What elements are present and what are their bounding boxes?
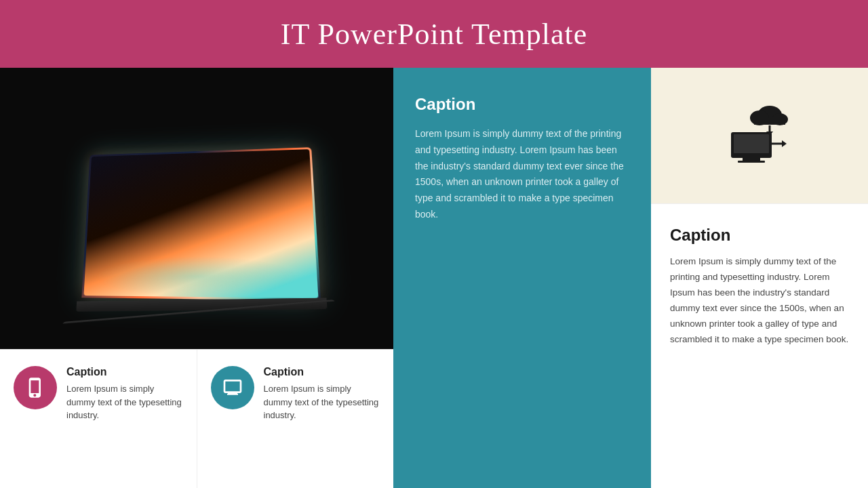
monitor-icon-circle <box>211 366 254 409</box>
page-header: IT PowerPoint Template <box>0 0 868 68</box>
bottom-caption-2-text: Caption Lorem Ipsum is simply dummy text… <box>264 366 380 422</box>
right-caption-text: Lorem Ipsum is simply dummy text of the … <box>670 254 849 348</box>
laptop-scene <box>0 68 393 349</box>
bottom-caption-1-body: Lorem Ipsum is simply dummy text of the … <box>66 382 183 422</box>
bottom-caption-1-text: Caption Lorem Ipsum is simply dummy text… <box>66 366 183 422</box>
bottom-caption-2-title: Caption <box>264 366 380 378</box>
right-bottom-caption: Caption Lorem Ipsum is simply dummy text… <box>651 203 868 488</box>
bottom-caption-1-title: Caption <box>66 366 183 378</box>
right-top-icon <box>651 68 868 203</box>
middle-panel: Caption Lorem Ipsum is simply dummy text… <box>393 68 651 488</box>
bottom-captions: Caption Lorem Ipsum is simply dummy text… <box>0 349 393 488</box>
main-content: Caption Lorem Ipsum is simply dummy text… <box>0 68 868 488</box>
mobile-icon <box>24 377 46 399</box>
bottom-caption-1: Caption Lorem Ipsum is simply dummy text… <box>0 349 197 488</box>
svg-marker-11 <box>782 140 787 147</box>
middle-caption-title: Caption <box>415 95 629 114</box>
monitor-icon <box>222 377 243 399</box>
glow-effect <box>95 256 298 297</box>
laptop-image <box>0 68 393 349</box>
svg-rect-1 <box>734 134 769 153</box>
cloud-monitor-icon <box>719 102 800 169</box>
svg-rect-7 <box>754 118 785 125</box>
middle-caption-text: Lorem Ipsum is simply dummy text of the … <box>415 126 629 223</box>
bottom-caption-2: Caption Lorem Ipsum is simply dummy text… <box>197 349 394 488</box>
svg-rect-3 <box>738 161 765 163</box>
page-title: IT PowerPoint Template <box>281 17 587 52</box>
right-caption-title: Caption <box>670 226 849 245</box>
svg-rect-2 <box>743 158 760 161</box>
right-panel: Caption Lorem Ipsum is simply dummy text… <box>651 68 868 488</box>
mobile-icon-circle <box>14 366 57 409</box>
left-panel: Caption Lorem Ipsum is simply dummy text… <box>0 68 393 488</box>
bottom-caption-2-body: Lorem Ipsum is simply dummy text of the … <box>264 382 380 422</box>
